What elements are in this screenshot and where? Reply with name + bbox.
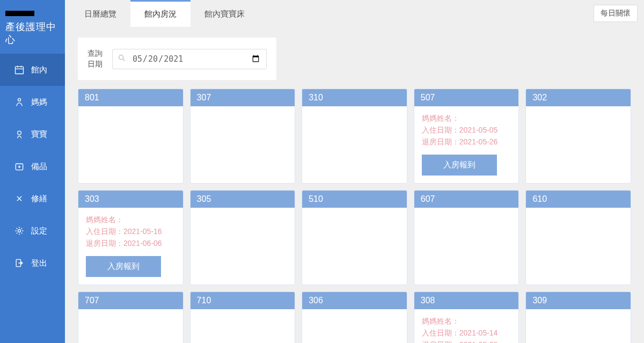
room-number: 510 [302, 191, 407, 208]
room-body [191, 309, 295, 343]
room-number: 801 [78, 89, 183, 106]
room-card[interactable]: 707 [78, 291, 184, 343]
query-date-input[interactable] [112, 49, 267, 69]
room-card[interactable]: 309 [525, 291, 631, 343]
tab-label: 館內房況 [144, 9, 177, 19]
room-card[interactable]: 306 [302, 291, 407, 343]
rooms-grid: 801307310507媽媽姓名：入住日期：2021-05-05退房日期：202… [78, 89, 631, 343]
room-card[interactable]: 308媽媽姓名：入住日期：2021-05-14退房日期：2021-05-28入房… [414, 291, 519, 343]
room-checkout-date: 退房日期：2021-05-26 [422, 137, 511, 147]
room-checkin-date: 入住日期：2021-05-05 [422, 126, 511, 135]
svg-rect-0 [16, 67, 24, 74]
room-number: 507 [414, 89, 519, 106]
room-mother-name: 媽媽姓名： [86, 215, 175, 225]
room-body [78, 106, 183, 183]
gear-icon [14, 225, 25, 236]
room-checkout-date: 退房日期：2021-06-06 [86, 239, 175, 249]
room-body: 媽媽姓名：入住日期：2021-05-16退房日期：2021-06-06入房報到 [78, 208, 183, 284]
room-card[interactable]: 310 [302, 89, 407, 184]
tab-calendar[interactable]: 日曆總覽 [70, 0, 130, 27]
room-body [526, 208, 631, 284]
room-body [191, 208, 295, 284]
room-card[interactable]: 710 [190, 291, 296, 343]
room-checkout-date: 退房日期：2021-05-28 [422, 340, 511, 343]
room-number: 610 [526, 191, 631, 208]
room-mother-name: 媽媽姓名： [422, 317, 511, 326]
room-number: 607 [414, 191, 519, 208]
supplies-icon [14, 161, 25, 172]
room-number: 710 [191, 292, 295, 309]
topbar: 日曆總覽 館內房況 館內寶寶床 每日關懷 [65, 0, 644, 27]
sidebar-item-supplies[interactable]: 備品 [0, 150, 65, 183]
query-panel: 查詢 日期 [78, 38, 276, 80]
search-icon [118, 54, 126, 64]
brand-title: 產後護理中心 [5, 20, 60, 46]
sidebar-item-hall[interactable]: 館內 [0, 54, 65, 86]
button-label: 每日關懷 [601, 9, 631, 17]
sidebar-item-label: 寶寶 [31, 129, 47, 140]
room-card[interactable]: 801 [78, 89, 184, 184]
sidebar-item-label: 登出 [31, 258, 47, 268]
brand-logo-bar [5, 11, 34, 16]
sidebar-item-label: 修繕 [31, 194, 47, 204]
room-card[interactable]: 607 [414, 190, 519, 285]
room-body [414, 208, 519, 284]
sidebar: 產後護理中心 館內 媽媽 寶寶 備品 [0, 0, 65, 343]
room-body [78, 309, 183, 343]
room-number: 310 [302, 89, 407, 106]
sidebar-item-label: 媽媽 [31, 97, 47, 107]
sidebar-item-settings[interactable]: 設定 [0, 215, 65, 247]
brand: 產後護理中心 [0, 0, 65, 54]
sidebar-item-label: 設定 [31, 226, 47, 236]
room-number: 306 [302, 292, 407, 309]
room-body: 媽媽姓名：入住日期：2021-05-05退房日期：2021-05-26入房報到 [414, 106, 519, 183]
svg-point-6 [119, 55, 123, 59]
checkin-button[interactable]: 入房報到 [422, 155, 497, 176]
room-mother-name: 媽媽姓名： [422, 114, 511, 123]
main: 日曆總覽 館內房況 館內寶寶床 每日關懷 查詢 日期 801307310507媽… [65, 0, 644, 343]
room-checkin-date: 入住日期：2021-05-16 [86, 227, 175, 237]
baby-icon [14, 129, 25, 140]
tab-room-status[interactable]: 館內房況 [130, 0, 191, 27]
room-card[interactable]: 302 [525, 89, 631, 184]
sidebar-item-mother[interactable]: 媽媽 [0, 86, 65, 118]
calendar-icon [14, 64, 25, 75]
logout-icon [14, 258, 25, 268]
content: 查詢 日期 801307310507媽媽姓名：入住日期：2021-05-05退房… [65, 27, 644, 343]
room-body [302, 309, 407, 343]
room-checkin-date: 入住日期：2021-05-14 [422, 329, 511, 338]
checkin-button[interactable]: 入房報到 [86, 256, 161, 277]
sidebar-item-repair[interactable]: 修繕 [0, 183, 65, 215]
room-body [191, 106, 295, 183]
room-body [526, 106, 631, 183]
room-card[interactable]: 610 [525, 190, 631, 285]
tab-label: 日曆總覽 [84, 9, 116, 19]
room-body [526, 309, 631, 343]
room-body [302, 208, 407, 284]
query-label: 查詢 日期 [87, 48, 103, 69]
sidebar-item-baby[interactable]: 寶寶 [0, 118, 65, 150]
room-number: 309 [526, 292, 631, 309]
room-number: 307 [191, 89, 295, 106]
svg-point-2 [18, 131, 21, 135]
room-body [302, 106, 407, 183]
room-card[interactable]: 307 [190, 89, 296, 184]
sidebar-item-label: 館內 [31, 65, 47, 75]
svg-point-1 [18, 98, 21, 101]
tools-icon [14, 193, 25, 204]
room-number: 302 [526, 89, 631, 106]
sidebar-item-label: 備品 [31, 162, 47, 172]
sidebar-item-logout[interactable]: 登出 [0, 247, 65, 279]
room-number: 305 [191, 191, 295, 208]
room-card[interactable]: 305 [190, 190, 296, 285]
date-input-wrap [112, 49, 267, 69]
room-body: 媽媽姓名：入住日期：2021-05-14退房日期：2021-05-28入房報到 [414, 309, 519, 343]
tab-label: 館內寶寶床 [204, 9, 245, 19]
svg-point-4 [18, 230, 21, 232]
room-card[interactable]: 303媽媽姓名：入住日期：2021-05-16退房日期：2021-06-06入房… [78, 190, 184, 285]
room-card[interactable]: 510 [302, 190, 407, 285]
daily-care-button[interactable]: 每日關懷 [594, 5, 638, 22]
room-number: 303 [78, 191, 183, 208]
tab-baby-bed[interactable]: 館內寶寶床 [191, 0, 259, 27]
room-card[interactable]: 507媽媽姓名：入住日期：2021-05-05退房日期：2021-05-26入房… [414, 89, 519, 184]
